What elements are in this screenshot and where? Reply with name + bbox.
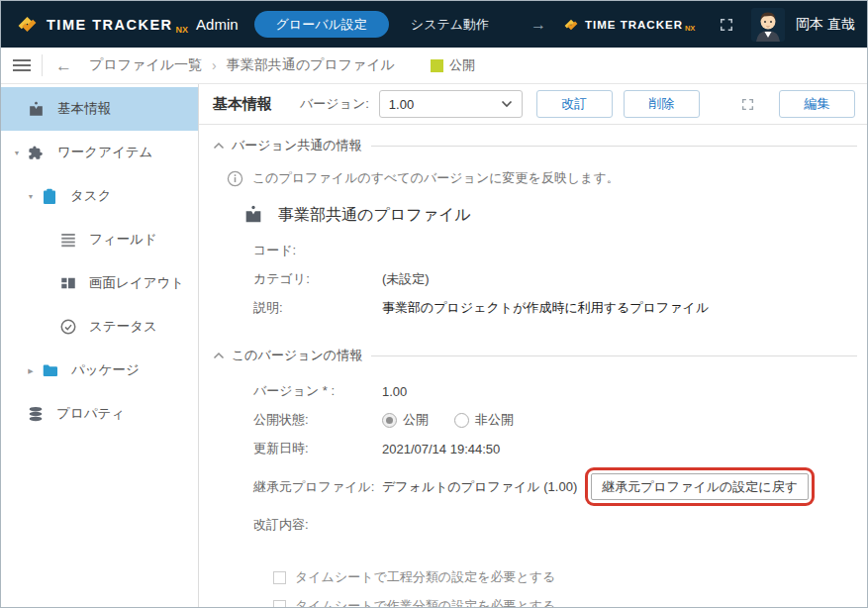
section-common-header: バージョン共通の情報 <box>213 137 857 154</box>
app-window: TIME TRACKER NX Admin グローバル設定 システム動作 → T… <box>0 0 868 608</box>
timetracker-app-link[interactable]: TIME TRACKER NX <box>562 16 695 34</box>
field-label: コード: <box>253 241 382 260</box>
chevron-down-icon <box>501 100 513 108</box>
sidebar-item-screen-layout[interactable]: 画面レイアウト <box>1 261 198 305</box>
field-label: 継承元プロファイル: <box>253 478 382 496</box>
timetracker-logo-icon <box>562 16 580 34</box>
field-row-code: コード: <box>253 241 857 260</box>
arrow-right-icon: → <box>530 16 546 34</box>
caret-down-icon[interactable]: ▼ <box>26 192 36 200</box>
field-value: デフォルトのプロファイル (1.00) <box>382 478 577 496</box>
page-title: 基本情報 <box>213 95 272 114</box>
radio-label: 非公開 <box>475 411 514 429</box>
nav-global-settings[interactable]: グローバル設定 <box>254 11 389 38</box>
field-value: 2021/07/14 19:44:50 <box>382 442 500 456</box>
sidebar-item-work-items[interactable]: ▼ ワークアイテム <box>1 131 198 174</box>
caret-down-icon[interactable]: ▼ <box>12 149 22 156</box>
reset-to-inherited-profile-button[interactable]: 継承元プロファイルの設定に戻す <box>591 473 809 500</box>
avatar[interactable] <box>751 8 785 42</box>
checkbox-label: タイムシートで作業分類の設定を必要とする <box>295 597 555 607</box>
section-title: バージョン共通の情報 <box>232 137 362 154</box>
sidebar-item-status[interactable]: ステータス <box>1 305 198 349</box>
radio-selected-icon <box>382 413 397 428</box>
edit-button[interactable]: 編集 <box>779 90 855 118</box>
mini-brand-nx: NX <box>685 24 695 34</box>
brand-title: TIME TRACKER <box>47 17 173 33</box>
fullscreen-icon[interactable] <box>720 18 733 32</box>
user-name: 岡本 直哉 <box>796 16 855 34</box>
field-label: バージョン * : <box>253 382 382 400</box>
checkbox-row-work-category[interactable]: タイムシートで作業分類の設定を必要とする <box>273 597 857 607</box>
radio-private[interactable]: 非公開 <box>454 411 514 429</box>
profile-box-icon <box>27 100 46 119</box>
sidebar-item-label: 画面レイアウト <box>89 274 184 292</box>
status-check-icon <box>59 318 77 336</box>
field-label: 説明: <box>253 298 382 318</box>
topbar-right: 岡本 直哉 <box>720 8 855 42</box>
radio-label: 公開 <box>403 411 429 429</box>
sidebar-item-properties[interactable]: プロパティ <box>1 392 198 436</box>
checkbox-icon[interactable] <box>273 571 286 584</box>
sidebar-item-label: 基本情報 <box>57 100 111 118</box>
divider <box>42 54 43 76</box>
checkbox-label: タイムシートで工程分類の設定を必要とする <box>295 568 555 586</box>
database-icon <box>27 405 45 423</box>
status-color-square <box>431 59 443 72</box>
profile-box-icon <box>242 204 264 226</box>
radio-public[interactable]: 公開 <box>382 411 429 429</box>
checkbox-icon[interactable] <box>273 600 286 608</box>
nav-system-behavior[interactable]: システム動作 <box>411 16 489 34</box>
expand-panel-control[interactable] <box>741 98 754 111</box>
revise-button[interactable]: 改訂 <box>536 90 613 118</box>
breadcrumb-parent[interactable]: プロファイル一覧 <box>89 56 202 74</box>
profile-title: 事業部共通のプロファイル <box>242 204 857 226</box>
puzzle-icon <box>27 144 46 162</box>
mini-brand-title: TIME TRACKER <box>585 19 683 31</box>
topbar: TIME TRACKER NX Admin グローバル設定 システム動作 → T… <box>1 1 867 48</box>
breadcrumb-current: 事業部共通のプロファイル <box>227 56 395 74</box>
publish-radio-group: 公開 非公開 <box>382 411 514 429</box>
status-badge: 公開 <box>431 56 475 74</box>
sidebar: 基本情報 ▼ ワークアイテム ▼ タスク <box>1 84 199 607</box>
sidebar-item-label: パッケージ <box>71 361 140 379</box>
menu-icon[interactable] <box>13 56 31 74</box>
fullscreen-icon <box>741 98 754 111</box>
radio-unselected-icon <box>454 413 469 428</box>
sidebar-item-label: タスク <box>70 187 111 205</box>
divider <box>371 355 857 356</box>
collapse-chevron-up-icon[interactable] <box>213 352 225 359</box>
field-row-description: 説明: 事業部のプロジェクトが作成時に利用するプロファイル <box>253 298 857 318</box>
profile-name: 事業部共通のプロファイル <box>278 205 471 226</box>
back-icon[interactable]: ← <box>55 57 72 74</box>
version-select[interactable]: 1.00 <box>379 90 523 118</box>
field-row-updated: 更新日時: 2021/07/14 19:44:50 <box>253 439 857 458</box>
field-row-category: カテゴリ: (未設定) <box>253 269 857 289</box>
collapse-chevron-up-icon[interactable] <box>213 142 225 150</box>
info-note: このプロファイルのすべてのバージョンに変更を反映します。 <box>227 169 857 187</box>
checkbox-row-process-category[interactable]: タイムシートで工程分類の設定を必要とする <box>273 568 857 586</box>
field-value: (未設定) <box>382 269 430 289</box>
version-select-label: バージョン: <box>300 95 369 113</box>
sidebar-item-label: フィールド <box>89 231 157 249</box>
sidebar-item-label: ステータス <box>89 318 157 336</box>
sidebar-item-basic-info[interactable]: 基本情報 <box>1 87 198 131</box>
chevron-right-icon: › <box>212 57 217 73</box>
brand-nx: NX <box>176 25 189 37</box>
field-row-revision-note: 改訂内容: <box>253 515 857 535</box>
sidebar-item-fields[interactable]: フィールド <box>1 218 198 261</box>
divider <box>371 146 857 147</box>
app-switch: → TIME TRACKER NX <box>530 16 695 34</box>
delete-button[interactable]: 削除 <box>624 90 700 118</box>
folder-icon <box>41 361 59 379</box>
sidebar-item-task[interactable]: ▼ タスク <box>1 174 198 218</box>
sidebar-item-package[interactable]: ▶ パッケージ <box>1 349 198 392</box>
caret-right-icon[interactable]: ▶ <box>26 366 36 374</box>
field-value: 事業部のプロジェクトが作成時に利用するプロファイル <box>382 298 709 318</box>
info-text: このプロファイルのすべてのバージョンに変更を反映します。 <box>252 169 620 187</box>
field-value: 1.00 <box>382 384 407 399</box>
status-label: 公開 <box>449 56 475 74</box>
section-title: このバージョンの情報 <box>232 347 362 364</box>
version-select-value: 1.00 <box>389 97 414 112</box>
layout-icon <box>59 274 77 292</box>
field-label: 改訂内容: <box>253 516 382 534</box>
